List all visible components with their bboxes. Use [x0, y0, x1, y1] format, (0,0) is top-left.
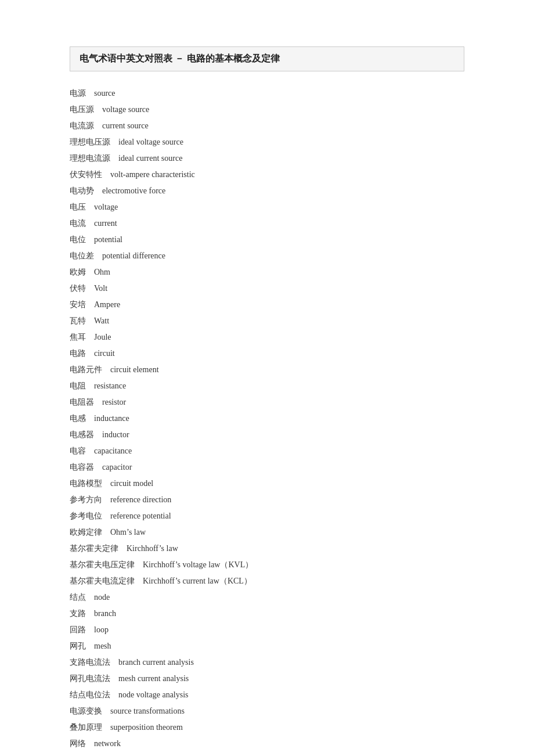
list-item: 电路 circuit — [70, 345, 464, 362]
list-item: 结点电位法 node voltage analysis — [70, 687, 464, 703]
list-item: 支路 branch — [70, 606, 464, 622]
list-item: 支路电流法 branch current analysis — [70, 654, 464, 671]
list-item: 理想电流源 ideal current source — [70, 150, 464, 167]
list-item: 网孔电流法 mesh current analysis — [70, 671, 464, 687]
list-item: 电容 capacitance — [70, 443, 464, 459]
list-item: 欧姆定律 Ohm’s law — [70, 524, 464, 541]
list-item: 电流源 current source — [70, 118, 464, 134]
page-container: 电气术语中英文对照表 － 电路的基本概念及定律 电源 source电压源 vol… — [0, 0, 534, 756]
list-item: 电压源 voltage source — [70, 102, 464, 118]
list-item: 瓦特 Watt — [70, 313, 464, 329]
list-item: 电容器 capacitor — [70, 459, 464, 476]
list-item: 基尔霍夫定律 Kirchhoff’s law — [70, 541, 464, 557]
list-item: 参考电位 reference potential — [70, 508, 464, 524]
list-item: 安培 Ampere — [70, 297, 464, 313]
list-item: 伏安特性 volt-ampere characteristic — [70, 167, 464, 183]
list-item: 电动势 electromotive force — [70, 183, 464, 199]
list-item: 结点 node — [70, 589, 464, 606]
list-item: 电感器 inductor — [70, 427, 464, 443]
terms-list: 电源 source电压源 voltage source电流源 current s… — [70, 85, 464, 752]
list-item: 电源变换 source transformations — [70, 703, 464, 719]
list-item: 焦耳 Joule — [70, 329, 464, 345]
list-item: 基尔霍夫电流定律 Kirchhoff’s current law（KCL） — [70, 573, 464, 589]
list-item: 电阻 resistance — [70, 378, 464, 394]
list-item: 回路 loop — [70, 622, 464, 638]
list-item: 电位 potential — [70, 232, 464, 248]
list-item: 电感 inductance — [70, 411, 464, 427]
title-box: 电气术语中英文对照表 － 电路的基本概念及定律 — [70, 46, 464, 71]
list-item: 电位差 potential difference — [70, 248, 464, 264]
list-item: 参考方向 reference direction — [70, 492, 464, 508]
list-item: 电路元件 circuit element — [70, 362, 464, 378]
list-item: 电压 voltage — [70, 199, 464, 215]
list-item: 基尔霍夫电压定律 Kirchhoff’s voltage law（KVL） — [70, 557, 464, 573]
list-item: 叠加原理 superposition theorem — [70, 719, 464, 736]
list-item: 电流 current — [70, 215, 464, 232]
list-item: 欧姆 Ohm — [70, 264, 464, 280]
list-item: 理想电压源 ideal voltage source — [70, 134, 464, 150]
list-item: 电路模型 circuit model — [70, 476, 464, 492]
list-item: 网络 network — [70, 736, 464, 752]
list-item: 伏特 Volt — [70, 280, 464, 297]
page-title: 电气术语中英文对照表 － 电路的基本概念及定律 — [80, 53, 280, 63]
list-item: 电源 source — [70, 85, 464, 102]
list-item: 电阻器 resistor — [70, 394, 464, 411]
list-item: 网孔 mesh — [70, 638, 464, 654]
